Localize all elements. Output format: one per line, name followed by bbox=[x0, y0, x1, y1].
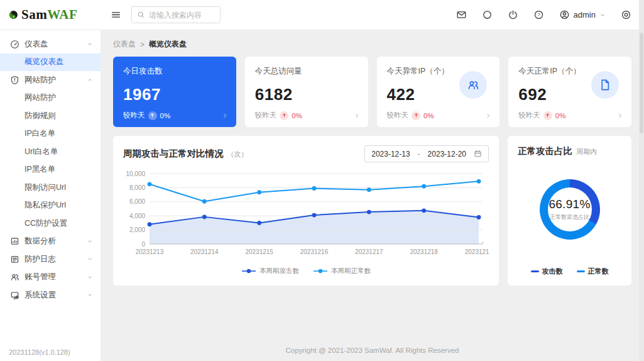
date-end: 2023-12-20 bbox=[428, 150, 466, 158]
line-chart-legend: 本周期攻击数本周期正常数 bbox=[123, 267, 489, 275]
chevron-up-icon bbox=[87, 41, 93, 47]
sidebar-item-label: 网站防护 bbox=[25, 92, 56, 103]
donut-center-value: 66.91% bbox=[548, 197, 590, 211]
trend-up-icon bbox=[280, 111, 288, 120]
svg-text:20231215: 20231215 bbox=[245, 248, 273, 255]
date-separator: - bbox=[418, 150, 420, 158]
chevron-right-icon[interactable] bbox=[617, 113, 623, 119]
sidebar-item-label: 仪表盘 bbox=[25, 39, 48, 50]
users-icon bbox=[10, 272, 19, 282]
donut-center-label: 正常数渠道占比 bbox=[550, 213, 589, 221]
chevron-down-icon bbox=[87, 292, 93, 298]
attack-vs-normal-line-chart: 02,0004,0006,0008,00010,0002023121320231… bbox=[123, 166, 489, 267]
breadcrumb: 仪表盘 > 概览仪表盘 bbox=[113, 39, 631, 50]
sidebar-item-label: 网站防护 bbox=[25, 75, 56, 86]
sidebar-item-site-protect[interactable]: 网站防护 bbox=[0, 89, 101, 108]
chevron-right-icon[interactable] bbox=[354, 113, 360, 119]
svg-text:20231216: 20231216 bbox=[300, 248, 329, 255]
date-start: 2023-12-13 bbox=[371, 150, 410, 158]
sidebar-item-privacy-url[interactable]: 隐私保护Url bbox=[0, 197, 101, 215]
yinyang-logo-icon bbox=[9, 10, 18, 19]
compare-label: 较昨天 bbox=[387, 111, 409, 120]
breadcrumb-separator: > bbox=[140, 40, 145, 49]
svg-text:6,000: 6,000 bbox=[129, 198, 145, 205]
users-icon bbox=[459, 71, 487, 99]
change-percent: 0% bbox=[423, 112, 434, 119]
trend-up-icon bbox=[148, 111, 157, 120]
legend-marker-icon bbox=[241, 269, 256, 274]
version-label: 20231128(v1.0.128) bbox=[9, 348, 70, 356]
sidebar-item-url-whitelist[interactable]: Url白名单 bbox=[0, 143, 101, 161]
stat-card-title: 今日攻击数 bbox=[123, 66, 226, 77]
donut-subtitle: 周期内 bbox=[576, 147, 597, 157]
sidebar-item-cc-protect-settings[interactable]: CC防护设置 bbox=[0, 214, 101, 233]
stat-card-total-visits[interactable]: 今天总访问量 6182 较昨天 0% bbox=[245, 57, 368, 127]
sidebar-item-label: 账号管理 bbox=[25, 272, 56, 282]
menu-collapse-icon[interactable] bbox=[111, 9, 121, 20]
sidebar: 仪表盘概览仪表盘网站防护网站防护防御规则IP白名单Url白名单IP黑名单限制访问… bbox=[0, 30, 101, 361]
legend-item[interactable]: 本周期攻击数 bbox=[241, 267, 299, 275]
system-icon bbox=[10, 291, 19, 300]
chart-unit-label: （次） bbox=[227, 150, 248, 159]
chevron-right-icon[interactable] bbox=[222, 113, 228, 119]
sidebar-item-label: 防御规则 bbox=[25, 111, 56, 121]
avatar-icon bbox=[559, 9, 570, 20]
stat-card-normal-ip[interactable]: 今天正常IP（个） 692 较昨天 0% bbox=[508, 57, 631, 127]
change-percent: 0% bbox=[555, 112, 566, 119]
legend-item[interactable]: 攻击数 bbox=[531, 267, 563, 276]
logs-icon bbox=[10, 255, 19, 264]
logo-text-waf: WAF bbox=[47, 7, 77, 22]
sidebar-item-label: 数据分析 bbox=[25, 236, 56, 247]
trend-up-icon bbox=[412, 111, 420, 120]
legend-item[interactable]: 本周期正常数 bbox=[313, 267, 371, 275]
user-menu[interactable]: admin bbox=[559, 9, 606, 20]
sidebar-item-label: CC防护设置 bbox=[25, 218, 67, 229]
svg-text:20231213: 20231213 bbox=[136, 248, 164, 255]
stat-card-abnormal-ip[interactable]: 今天异常IP（个） 422 较昨天 0% bbox=[377, 57, 500, 127]
sidebar-item-account-mgmt[interactable]: 账号管理 bbox=[0, 269, 101, 287]
sidebar-item-system-settings[interactable]: 系统设置 bbox=[0, 286, 101, 304]
breadcrumb-parent[interactable]: 仪表盘 bbox=[113, 39, 136, 50]
username-label: admin bbox=[574, 10, 596, 19]
stat-card-value: 1967 bbox=[123, 85, 226, 104]
stat-card-attacks-today[interactable]: 今日攻击数 1967 较昨天 0% bbox=[113, 57, 236, 127]
settings-gear-icon[interactable] bbox=[621, 9, 631, 20]
shield-icon bbox=[10, 75, 19, 85]
chevron-right-icon[interactable] bbox=[485, 113, 491, 119]
dashboard-icon bbox=[10, 40, 19, 49]
svg-text:20231218: 20231218 bbox=[410, 248, 438, 255]
sidebar-item-protect-logs[interactable]: 防护日志 bbox=[0, 250, 101, 269]
sidebar-item-label: IP白名单 bbox=[25, 128, 55, 139]
sidebar-item-dashboard-group[interactable]: 仪表盘 bbox=[0, 35, 101, 53]
sidebar-item-label: 限制访问Url bbox=[25, 182, 66, 193]
refresh-icon[interactable] bbox=[482, 9, 493, 20]
file-icon bbox=[591, 71, 619, 99]
sidebar-menu: 仪表盘概览仪表盘网站防护网站防护防御规则IP白名单Url白名单IP黑名单限制访问… bbox=[0, 30, 101, 304]
sidebar-item-site-protect-group[interactable]: 网站防护 bbox=[0, 71, 101, 89]
sidebar-item-defense-rules[interactable]: 防御规则 bbox=[0, 107, 101, 125]
stat-cards-row: 今日攻击数 1967 较昨天 0% 今天总访问量 6182 较昨天 0% 今天异… bbox=[113, 57, 631, 127]
sidebar-item-restrict-url[interactable]: 限制访问Url bbox=[0, 179, 101, 197]
power-icon[interactable] bbox=[508, 9, 518, 20]
app-logo[interactable]: SamWAF bbox=[0, 7, 101, 23]
legend-item[interactable]: 正常数 bbox=[577, 267, 609, 276]
logo-text-sam: Sam bbox=[21, 7, 47, 22]
compare-label: 较昨天 bbox=[255, 111, 277, 120]
sidebar-item-ip-whitelist[interactable]: IP白名单 bbox=[0, 125, 101, 143]
svg-text:10,000: 10,000 bbox=[126, 170, 145, 177]
svg-text:20231217: 20231217 bbox=[355, 248, 383, 255]
mail-icon[interactable] bbox=[456, 9, 467, 20]
sidebar-item-label: 系统设置 bbox=[25, 290, 56, 301]
line-chart-panel: 周期攻击与正常对比情况 （次） 2023-12-13 - 2023-12-20 … bbox=[113, 136, 499, 286]
sidebar-item-label: 防护日志 bbox=[25, 254, 56, 265]
sidebar-item-data-analysis[interactable]: 数据分析 bbox=[0, 233, 101, 251]
scrollbar[interactable] bbox=[639, 0, 644, 361]
top-bar: SamWAF ? admin bbox=[0, 0, 644, 30]
svg-text:2,000: 2,000 bbox=[129, 226, 145, 233]
change-percent: 0% bbox=[292, 112, 302, 119]
sidebar-item-ip-blacklist[interactable]: IP黑名单 bbox=[0, 161, 101, 179]
sidebar-item-overview-dashboard[interactable]: 概览仪表盘 bbox=[0, 53, 101, 72]
search-input[interactable] bbox=[149, 11, 215, 19]
help-icon[interactable]: ? bbox=[533, 9, 544, 20]
date-range-picker[interactable]: 2023-12-13 - 2023-12-20 bbox=[364, 145, 489, 162]
